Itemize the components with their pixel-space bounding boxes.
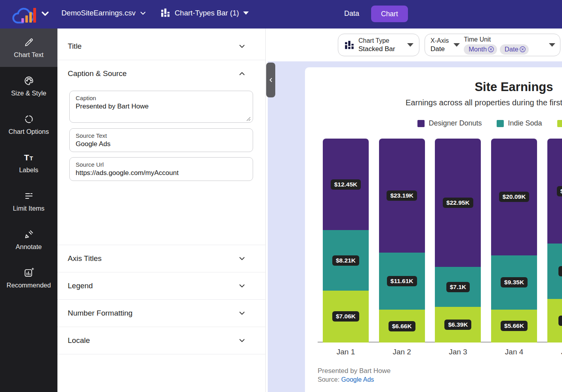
value-label: $5.66K xyxy=(501,321,528,331)
chevron-down-icon xyxy=(238,336,246,345)
nav-chart-button[interactable]: Chart xyxy=(371,6,408,22)
chevron-down-icon xyxy=(238,42,246,51)
dropdown-caret-icon[interactable] xyxy=(453,43,460,47)
sidebar-item-annotate[interactable]: Annotate xyxy=(0,221,57,259)
chart-text-panel: Title Caption & Source Caption Presented… xyxy=(57,29,266,392)
accordion-axis-titles[interactable]: Axis Titles xyxy=(57,245,265,272)
value-label: $16.6K xyxy=(557,186,562,196)
left-icon-rail: Chart TextSize & StyleChart OptionsTTLab… xyxy=(0,29,57,392)
filter-lines-icon xyxy=(24,191,34,201)
bar-segment-indie-soda[interactable]: $7.1K xyxy=(435,267,481,306)
time-unit-group: Time Unit MonthDate xyxy=(464,36,529,55)
chart-selector[interactable]: Chart-Types Bar (1) xyxy=(160,8,249,18)
source-url-value: https://ads.google.com/myAccount xyxy=(76,169,247,177)
accordion-title[interactable]: Title xyxy=(57,33,265,60)
sidebar-item-label: Recommended xyxy=(7,282,51,289)
value-label: $22.95K xyxy=(443,198,473,208)
accordion-locale[interactable]: Locale xyxy=(57,327,265,354)
chart-toolbar: Chart Type Stacked Bar X-Axis Date Time … xyxy=(266,29,562,61)
sidebar-item-limit-items[interactable]: Limit Items xyxy=(0,182,57,221)
bar-segment-indie-soda[interactable]: $9.35K xyxy=(491,255,537,310)
bar-segment-home-goods[interactable]: $6.9K xyxy=(547,299,562,343)
sidebar-item-label: Limit Items xyxy=(13,205,45,212)
sidebar-item-label: Chart Text xyxy=(14,51,44,59)
value-label: $12.45K xyxy=(331,179,361,190)
caption-textarea[interactable]: Caption Presented by Bart Howe xyxy=(69,91,253,123)
bar-segment-designer-donuts[interactable]: $20.09K xyxy=(491,139,537,255)
source-text-label: Source Text xyxy=(76,132,247,139)
caption-label: Caption xyxy=(76,95,247,101)
accordion-legend[interactable]: Legend xyxy=(57,272,265,299)
bar-segment-designer-donuts[interactable]: $12.45K xyxy=(323,139,369,230)
source-url-input[interactable]: Source Url https://ads.google.com/myAcco… xyxy=(69,157,253,181)
value-label: $20.09K xyxy=(499,192,530,202)
x-tick-label: Jan 2 xyxy=(392,348,411,356)
accordion-legend-label: Legend xyxy=(68,282,93,290)
dropdown-caret-icon[interactable] xyxy=(549,43,555,47)
x-axis-label: X-Axis xyxy=(431,37,449,45)
bar-segment-designer-donuts[interactable]: $22.95K xyxy=(435,139,481,267)
value-label: $7.06K xyxy=(332,311,359,322)
file-selector-label: DemoSiteEarnings.csv xyxy=(61,9,135,17)
accordion-caption-source[interactable]: Caption & Source xyxy=(57,60,265,87)
dropdown-caret-icon[interactable] xyxy=(407,43,413,47)
bar-segment-home-goods[interactable]: $6.66K xyxy=(379,310,425,343)
value-label: $9.35K xyxy=(501,277,528,287)
chip-label: Date xyxy=(505,45,518,53)
x-axis-control[interactable]: X-Axis Date Time Unit MonthDate xyxy=(425,34,560,56)
file-selector[interactable]: DemoSiteEarnings.csv xyxy=(61,9,147,17)
chart-caption: Presented by Bart Howe xyxy=(318,367,391,375)
bar-segment-home-goods[interactable]: $5.66K xyxy=(491,310,537,343)
chevron-down-icon xyxy=(238,254,246,263)
chevron-left-icon xyxy=(268,77,274,83)
caption-source-form: Caption Presented by Bart Howe Source Te… xyxy=(57,87,265,245)
remove-chip-icon[interactable] xyxy=(519,46,526,53)
time-unit-chip-month[interactable]: Month xyxy=(464,44,497,55)
accordion-number-formatting-label: Number Formatting xyxy=(68,309,133,318)
sidebar-item-labels[interactable]: TTLabels xyxy=(0,144,57,182)
chart-canvas-background: Site Earnings Earnings across all proper… xyxy=(268,61,562,392)
sidebar-item-chart-options[interactable]: Chart Options xyxy=(0,105,57,144)
accordion-axis-titles-label: Axis Titles xyxy=(68,254,102,263)
chart-type-label: Chart Type xyxy=(358,37,395,45)
source-prefix: Source: xyxy=(318,376,339,383)
bar-segment-indie-soda[interactable]: $8.7K xyxy=(547,244,562,299)
sidebar-item-recommended[interactable]: Recommended xyxy=(0,259,57,297)
stacked-bar-icon xyxy=(344,40,354,50)
x-tick-label: Jan 3 xyxy=(449,348,467,356)
chevron-down-icon xyxy=(238,282,246,290)
app-logo[interactable] xyxy=(9,2,52,29)
chart-type-control[interactable]: Chart Type Stacked Bar xyxy=(338,34,419,56)
sidebar-item-label: Labels xyxy=(19,166,38,174)
resize-handle-icon[interactable] xyxy=(246,116,251,121)
chevron-up-icon xyxy=(238,69,246,78)
bar-segment-indie-soda[interactable]: $11.61K xyxy=(379,253,425,310)
bar-jan-5: $16.6K$8.7K$6.9K xyxy=(547,139,562,343)
bar-segment-indie-soda[interactable]: $8.21K xyxy=(323,230,369,291)
nav-data[interactable]: Data xyxy=(344,10,359,18)
bar-segment-home-goods[interactable]: $6.39K xyxy=(435,307,481,343)
source-text-input[interactable]: Source Text Google Ads xyxy=(69,128,253,152)
time-unit-chip-date[interactable]: Date xyxy=(500,44,529,55)
bar-jan-3: $22.95K$7.1K$6.39K xyxy=(435,139,481,343)
sidebar-item-size-style[interactable]: Size & Style xyxy=(0,67,57,105)
value-label: $8.7K xyxy=(558,266,562,276)
chevron-down-icon xyxy=(139,10,147,17)
value-label: $6.9K xyxy=(558,316,562,326)
remove-chip-icon[interactable] xyxy=(487,46,495,53)
accordion-locale-label: Locale xyxy=(68,336,90,345)
value-label: $11.61K xyxy=(387,276,417,286)
sidebar-item-chart-text[interactable]: Chart Text xyxy=(0,29,57,67)
source-text-value: Google Ads xyxy=(76,140,247,148)
chart-selector-label: Chart-Types Bar (1) xyxy=(175,9,239,17)
bar-segment-designer-donuts[interactable]: $16.6K xyxy=(547,139,562,244)
source-link[interactable]: Google Ads xyxy=(341,376,374,383)
panel-collapse-handle[interactable] xyxy=(266,63,275,97)
value-label: $6.39K xyxy=(444,320,471,330)
chevron-down-icon xyxy=(238,309,246,318)
bar-segment-home-goods[interactable]: $7.06K xyxy=(323,291,369,343)
plot-area: $12.45K$8.21K$7.06KJan 1$23.19K$11.61K$6… xyxy=(305,67,562,392)
accordion-number-formatting[interactable]: Number Formatting xyxy=(57,300,265,327)
bar-segment-designer-donuts[interactable]: $23.19K xyxy=(379,139,425,253)
time-unit-chips: MonthDate xyxy=(464,44,529,55)
